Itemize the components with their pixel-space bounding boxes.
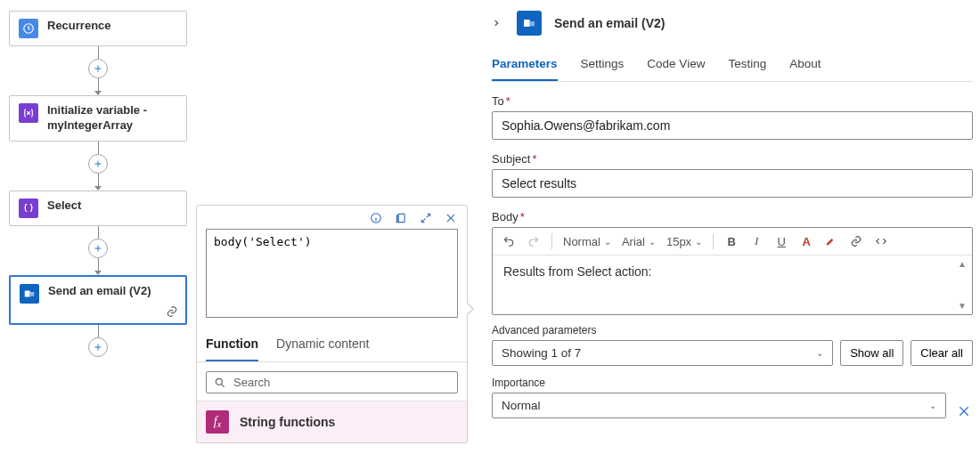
to-input[interactable] [492,111,973,140]
font-color-icon[interactable]: A [799,234,813,248]
undo-icon[interactable] [502,234,516,248]
body-content-text: Results from Select action: [503,264,652,279]
svg-rect-4 [396,215,398,223]
add-step-button[interactable] [88,239,108,258]
connector-line [98,142,99,154]
underline-icon[interactable]: U [774,234,788,248]
panel-collapse-chevron-icon[interactable] [492,17,504,29]
tab-code-view[interactable]: Code View [647,52,705,81]
flow-step-initialize-variable[interactable]: Initialize variable - myIntegerArray [9,95,187,142]
search-placeholder: Search [233,376,270,389]
tab-dynamic-content[interactable]: Dynamic content [276,329,369,361]
search-icon [214,377,226,389]
info-icon[interactable] [369,211,383,225]
tab-about[interactable]: About [789,52,821,81]
tab-function[interactable]: Function [206,329,258,361]
link-icon[interactable] [849,234,863,248]
tab-testing[interactable]: Testing [728,52,766,81]
outlook-icon [517,11,542,36]
panel-title: Send an email (V2) [554,16,665,30]
font-size-dropdown[interactable]: 15px⌄ [666,235,702,248]
flow-step-select[interactable]: Select [9,191,187,226]
svg-point-5 [216,378,222,385]
connector-line [98,46,99,59]
body-rich-text-editor[interactable]: Normal⌄ Arial⌄ 15px⌄ B I U A ▲ Results f… [492,227,973,315]
tab-settings[interactable]: Settings [581,52,625,81]
clipboard-icon[interactable] [394,211,408,225]
flow-step-label: Initialize variable - myIntegerArray [47,103,177,134]
highlight-icon[interactable] [824,234,838,248]
connector-line [98,226,99,239]
close-icon[interactable] [444,211,458,225]
connector-line [98,78,99,91]
redo-icon[interactable] [527,234,541,248]
italic-icon[interactable]: I [749,234,764,248]
outlook-icon [20,284,39,304]
svg-rect-6 [524,20,530,27]
flow-step-send-email[interactable]: Send an email (V2) [9,275,187,325]
code-icon[interactable] [874,234,888,248]
field-label-subject: Subject* [492,152,973,166]
action-detail-panel: Send an email (V2) Parameters Settings C… [492,11,973,418]
scroll-down-hint-icon: ▼ [958,301,967,311]
expression-search-input[interactable]: Search [206,371,458,393]
add-step-button[interactable] [88,337,108,357]
advanced-params-dropdown[interactable]: Showing 1 of 7 ⌄ [492,340,833,366]
chevron-down-icon: ⌄ [929,401,936,410]
expression-editor-popup: Function Dynamic content Search fx Strin… [196,205,468,443]
subject-input[interactable] [492,169,973,198]
connector-line [98,174,99,186]
remove-param-button[interactable] [957,404,973,418]
advanced-params-label: Advanced parameters [492,324,833,336]
bold-icon[interactable]: B [724,234,739,248]
font-family-dropdown[interactable]: Arial⌄ [622,235,656,248]
show-all-button[interactable]: Show all [840,340,903,366]
add-step-button[interactable] [88,59,108,78]
svg-rect-1 [25,290,30,296]
connector-line [98,325,99,337]
flow-step-label: Recurrence [47,19,111,34]
field-label-body: Body* [492,210,973,223]
connector-line [98,258,99,271]
workflow-canvas: Recurrence Initialize variable - myInteg… [9,11,187,357]
chevron-down-icon: ⌄ [816,348,823,358]
expression-textarea[interactable] [206,229,458,318]
category-string-functions[interactable]: fx String functions [197,401,467,442]
svg-rect-3 [398,214,404,222]
flow-step-label: Select [47,199,81,214]
link-icon [166,305,178,318]
scroll-up-hint-icon: ▲ [958,259,967,269]
braces-icon [19,199,38,218]
fx-icon: fx [206,410,229,434]
add-step-button[interactable] [88,154,108,174]
importance-label: Importance [492,377,946,389]
variable-icon [19,103,38,123]
importance-dropdown[interactable]: Normal ⌄ [492,393,946,418]
flow-step-recurrence[interactable]: Recurrence [9,11,187,46]
flow-step-label: Send an email (V2) [48,284,151,299]
clock-icon [19,19,38,38]
style-dropdown[interactable]: Normal⌄ [563,235,611,248]
category-label: String functions [240,415,335,429]
clear-all-button[interactable]: Clear all [911,340,973,366]
tab-parameters[interactable]: Parameters [492,52,558,81]
field-label-to: To* [492,94,973,108]
expand-icon[interactable] [419,211,433,225]
